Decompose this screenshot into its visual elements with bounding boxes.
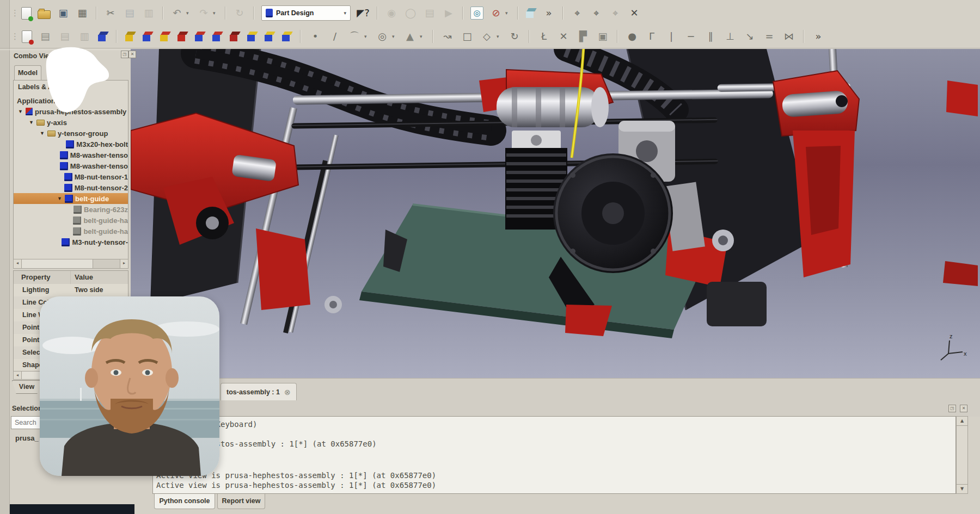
- tree-item-m3-nut-y-tensor-[interactable]: M3-nut-y-tensor-: [14, 237, 128, 247]
- constrain-point-on-object-icon[interactable]: Γ: [645, 29, 658, 44]
- boolean-cut-icon[interactable]: [264, 31, 275, 42]
- toolbar2-drag-handle[interactable]: ⋮: [11, 32, 15, 41]
- expand-arrow-icon[interactable]: ▼: [18, 109, 26, 114]
- tree-item-y-tensor-group[interactable]: ▼y-tensor-group: [14, 128, 128, 139]
- undo-icon[interactable]: ↶: [170, 6, 183, 20]
- arc-dropdown-arrow[interactable]: ▾: [364, 34, 369, 39]
- combo-view-close-icon[interactable]: ✕: [128, 51, 136, 58]
- scroll-thumb[interactable]: [22, 259, 93, 268]
- tree-item-m8-nut-tensor-2[interactable]: M8-nut-tensor-2: [14, 182, 128, 193]
- create-line-icon[interactable]: ∕: [328, 29, 341, 44]
- combo-view-float-icon[interactable]: ◳: [121, 51, 128, 58]
- whats-this-icon[interactable]: ◤?: [357, 6, 370, 20]
- constrain-tangent-icon[interactable]: ↘: [743, 29, 756, 44]
- save-icon[interactable]: ▣: [57, 6, 70, 20]
- polygon-dropdown-arrow[interactable]: ▾: [497, 34, 501, 39]
- scroll-left-icon[interactable]: ◂: [14, 371, 22, 379]
- scroll-down-icon[interactable]: ▼: [957, 484, 967, 493]
- expand-arrow-icon[interactable]: ▼: [40, 131, 47, 136]
- property-row-lighting[interactable]: LightingTwo side: [14, 284, 128, 296]
- cut-icon[interactable]: ✂: [104, 6, 117, 20]
- trim-edge-icon[interactable]: Ł: [537, 29, 550, 44]
- refresh-icon[interactable]: ↻: [233, 6, 246, 20]
- constrain-vertical-icon[interactable]: |: [665, 29, 678, 44]
- constrain-horizontal-icon[interactable]: −: [684, 29, 697, 44]
- axonometric-view-icon[interactable]: [525, 8, 536, 18]
- constrain-symmetric-icon[interactable]: ⋈: [782, 29, 795, 44]
- new-sketch-icon[interactable]: [22, 30, 32, 43]
- tree-item-belt-guide[interactable]: ▼belt-guide: [14, 193, 128, 204]
- tree-item-m8-washer-tenso[interactable]: M8-washer-tenso: [14, 160, 128, 171]
- create-rectangle-icon[interactable]: □: [461, 29, 474, 44]
- boolean-union-icon[interactable]: [247, 31, 258, 42]
- console-float-icon[interactable]: ◳: [948, 405, 956, 412]
- copy-icon[interactable]: ▤: [123, 6, 136, 20]
- sketch-overflow-chevron[interactable]: »: [812, 29, 825, 44]
- scroll-right-icon[interactable]: ▸: [120, 259, 128, 268]
- box-element-selection-icon[interactable]: ⌖: [590, 6, 603, 20]
- split-edge-icon[interactable]: ✕: [557, 29, 570, 44]
- tab-report-view[interactable]: Report view: [217, 494, 265, 509]
- pad-icon[interactable]: [125, 31, 136, 42]
- redo-dropdown-arrow[interactable]: ▾: [213, 10, 218, 16]
- selection-list-item[interactable]: prusa_: [15, 434, 39, 442]
- select-visible-icon[interactable]: ⌖: [609, 6, 622, 20]
- additive-pipe-icon[interactable]: [177, 31, 188, 42]
- pocket-icon[interactable]: [194, 31, 205, 42]
- macro-play-icon[interactable]: ▶: [442, 6, 455, 20]
- console-close-icon[interactable]: ✕: [960, 405, 967, 412]
- conic-dropdown-arrow[interactable]: ▾: [420, 34, 425, 39]
- new-document-icon[interactable]: [21, 7, 32, 20]
- create-circle-icon[interactable]: ◎: [376, 29, 389, 44]
- document-tab-close-icon[interactable]: ⊗: [284, 388, 291, 397]
- create-polygon-icon[interactable]: ◇: [480, 29, 493, 44]
- workbench-selector[interactable]: Part Design▾: [261, 5, 351, 21]
- carbon-copy-icon[interactable]: ▣: [596, 29, 609, 44]
- boolean-common-icon[interactable]: [281, 31, 292, 42]
- viewport-3d[interactable]: x z: [131, 49, 980, 379]
- scroll-up-icon[interactable]: ▲: [957, 417, 967, 426]
- tree-item-belt-guide-ha[interactable]: belt-guide-ha: [14, 215, 128, 226]
- open-document-icon[interactable]: [38, 10, 51, 19]
- external-geometry-icon[interactable]: ▛: [577, 29, 590, 44]
- create-conic-icon[interactable]: ▲: [403, 29, 416, 44]
- revolution-icon[interactable]: [142, 31, 153, 42]
- create-point-icon[interactable]: •: [309, 29, 322, 44]
- toolbar1-drag-handle[interactable]: ⋮: [11, 8, 15, 18]
- tree-item-m3x20-hex-bolt[interactable]: M3x20-hex-bolt: [14, 139, 128, 150]
- draw-style-dropdown-arrow[interactable]: ▾: [505, 10, 510, 16]
- edit-sketch-icon[interactable]: ▤: [39, 29, 52, 44]
- view-overflow-chevron[interactable]: »: [542, 6, 555, 20]
- primitive-icon[interactable]: [229, 31, 240, 42]
- console-vscrollbar[interactable]: ▲ ▼: [956, 416, 968, 494]
- property-value[interactable]: Two side: [75, 286, 103, 294]
- circle-dropdown-arrow[interactable]: ▾: [392, 34, 397, 39]
- tree-item-bearing-623z[interactable]: Bearing-623z: [14, 204, 128, 215]
- hole-icon[interactable]: [212, 31, 223, 42]
- fit-all-icon[interactable]: ◎: [470, 7, 483, 20]
- undo-dropdown-arrow[interactable]: ▾: [186, 10, 191, 16]
- expand-arrow-icon[interactable]: ▼: [29, 120, 36, 125]
- tree-item-belt-guide-ha[interactable]: belt-guide-ha: [14, 226, 128, 237]
- map-sketch-icon[interactable]: [97, 31, 108, 42]
- create-slot-icon[interactable]: ↻: [508, 29, 521, 44]
- python-console-output[interactable]: e: 31 (X_GrabKeyboard): 0x0s prusa-hephe…: [152, 416, 956, 494]
- draw-style-icon[interactable]: ⊘: [489, 6, 503, 20]
- tab-python-console[interactable]: Python console: [154, 494, 215, 509]
- tab-view[interactable]: View: [12, 380, 41, 394]
- constrain-coincident-icon[interactable]: ●: [626, 29, 639, 44]
- view-sketch-icon[interactable]: ▥: [78, 29, 91, 44]
- macro-record-icon[interactable]: ◉: [385, 6, 398, 20]
- constrain-perpendicular-icon[interactable]: ⊥: [724, 29, 737, 44]
- tree-item-m8-nut-tensor-1[interactable]: M8-nut-tensor-1: [14, 171, 128, 182]
- groove-icon[interactable]: [160, 31, 170, 42]
- create-polyline-icon[interactable]: ↝: [441, 29, 454, 44]
- delete-icon[interactable]: ✕: [628, 6, 641, 20]
- document-tab[interactable]: tos-assembly : 1 ⊗: [220, 383, 297, 400]
- tree-item-m8-washer-tenso[interactable]: M8-washer-tenso: [14, 150, 128, 160]
- constrain-equal-icon[interactable]: =: [763, 29, 776, 44]
- scroll-left-icon[interactable]: ◂: [14, 259, 22, 268]
- tree-hscrollbar[interactable]: ◂ ▸: [13, 259, 128, 269]
- print-icon[interactable]: ▦: [76, 6, 89, 20]
- macro-edit-icon[interactable]: ▤: [423, 6, 436, 20]
